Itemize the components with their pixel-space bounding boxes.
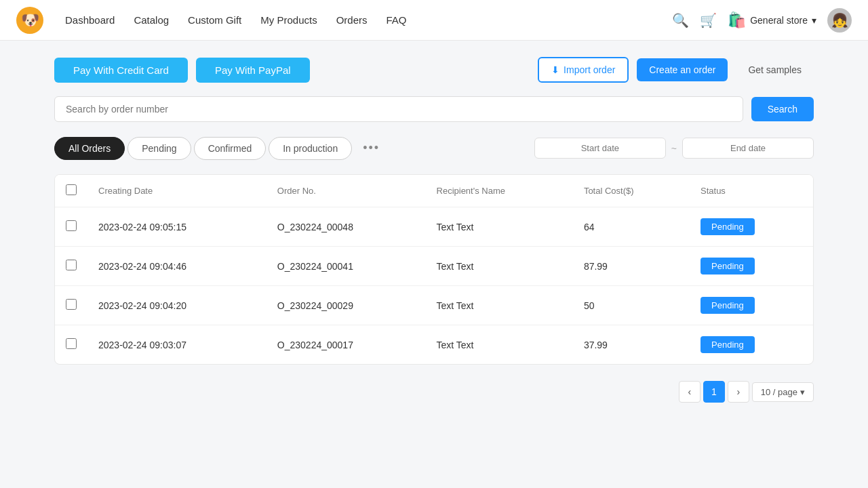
cell-cost: 87.99: [573, 247, 690, 286]
prev-page-button[interactable]: ‹: [679, 381, 701, 403]
table-row: 2023-02-24 09:04:46 O_230224_00041 Text …: [55, 247, 813, 286]
select-all-checkbox[interactable]: [66, 184, 77, 195]
filter-more-button[interactable]: •••: [355, 136, 388, 161]
per-page-selector[interactable]: 10 / page ▾: [752, 382, 814, 402]
end-date-input[interactable]: [682, 138, 814, 159]
pagination: ‹ 1 › 10 / page ▾: [54, 378, 814, 405]
col-header-status: Status: [690, 175, 813, 207]
cell-recipient: Text Text: [426, 207, 573, 247]
cell-recipient: Text Text: [426, 247, 573, 286]
nav-catalog[interactable]: Catalog: [134, 14, 169, 26]
nav-dashboard[interactable]: Dashboard: [65, 14, 115, 26]
row-checkbox-3[interactable]: [66, 338, 77, 349]
import-order-button[interactable]: ⬇ Import order: [538, 57, 629, 83]
date-separator: ~: [671, 143, 677, 154]
store-bag-icon: 🛍️: [728, 12, 746, 29]
search-button[interactable]: Search: [751, 97, 814, 121]
cell-status: Pending: [690, 207, 813, 247]
cell-recipient: Text Text: [426, 286, 573, 325]
cell-date: 2023-02-24 09:05:15: [87, 207, 267, 247]
cell-date: 2023-02-24 09:03:07: [87, 325, 267, 365]
store-selector[interactable]: 🛍️ General store ▾: [728, 12, 816, 29]
cell-date: 2023-02-24 09:04:20: [87, 286, 267, 325]
status-badge: Pending: [701, 297, 755, 314]
status-badge: Pending: [701, 218, 755, 235]
nav-links: Dashboard Catalog Custom Gift My Product…: [65, 14, 650, 26]
nav-faq[interactable]: FAQ: [386, 14, 406, 26]
next-page-button[interactable]: ›: [728, 381, 749, 403]
get-samples-button[interactable]: Get samples: [736, 58, 814, 81]
filter-bar: All Orders Pending Confirmed In producti…: [54, 136, 814, 161]
cell-cost: 64: [573, 207, 690, 247]
cell-cost: 37.99: [573, 325, 690, 365]
create-order-button[interactable]: Create an order: [637, 58, 728, 81]
nav-my-products[interactable]: My Products: [260, 14, 317, 26]
pay-credit-card-button[interactable]: Pay With Credit Card: [54, 58, 188, 83]
logo[interactable]: 🐶: [16, 7, 43, 34]
page-1-button[interactable]: 1: [703, 381, 725, 403]
date-range: ~: [534, 138, 814, 159]
nav-right: 🔍 🛒 🛍️ General store ▾ 👧: [672, 8, 852, 33]
cart-icon[interactable]: 🛒: [700, 12, 717, 28]
cell-order-no: O_230224_00048: [267, 207, 426, 247]
col-header-date: Creating Date: [87, 175, 267, 207]
col-header-recipient: Recipient's Name: [426, 175, 573, 207]
cell-order-no: O_230224_00017: [267, 325, 426, 365]
nav-custom-gift[interactable]: Custom Gift: [188, 14, 241, 26]
search-bar: Search: [54, 96, 814, 122]
cell-status: Pending: [690, 247, 813, 286]
row-checkbox-2[interactable]: [66, 299, 77, 310]
cell-status: Pending: [690, 286, 813, 325]
cell-date: 2023-02-24 09:04:46: [87, 247, 267, 286]
filter-pending[interactable]: Pending: [127, 137, 191, 160]
table-row: 2023-02-24 09:04:20 O_230224_00029 Text …: [55, 286, 813, 325]
row-checkbox-0[interactable]: [66, 220, 77, 231]
cell-order-no: O_230224_00041: [267, 247, 426, 286]
cell-order-no: O_230224_00029: [267, 286, 426, 325]
cell-cost: 50: [573, 286, 690, 325]
row-checkbox-1[interactable]: [66, 260, 77, 270]
top-actions: Pay With Credit Card Pay With PayPal ⬇ I…: [54, 57, 814, 83]
status-badge: Pending: [701, 258, 755, 274]
cell-status: Pending: [690, 325, 813, 365]
avatar[interactable]: 👧: [827, 8, 852, 33]
pay-paypal-button[interactable]: Pay With PayPal: [196, 58, 310, 83]
status-badge: Pending: [701, 336, 755, 353]
main-content: Pay With Credit Card Pay With PayPal ⬇ I…: [27, 41, 841, 422]
filter-confirmed[interactable]: Confirmed: [194, 137, 267, 160]
col-header-order-no: Order No.: [267, 175, 426, 207]
search-input[interactable]: [54, 96, 743, 122]
start-date-input[interactable]: [534, 138, 666, 159]
chevron-down-icon: ▾: [812, 15, 816, 26]
orders-table: Creating Date Order No. Recipient's Name…: [55, 175, 813, 364]
nav-orders[interactable]: Orders: [336, 14, 368, 26]
filter-all-orders[interactable]: All Orders: [54, 137, 125, 160]
table-row: 2023-02-24 09:03:07 O_230224_00017 Text …: [55, 325, 813, 365]
cell-recipient: Text Text: [426, 325, 573, 365]
store-name: General store: [750, 15, 808, 26]
table-row: 2023-02-24 09:05:15 O_230224_00048 Text …: [55, 207, 813, 247]
navbar: 🐶 Dashboard Catalog Custom Gift My Produ…: [0, 0, 868, 41]
orders-table-container: Creating Date Order No. Recipient's Name…: [54, 174, 814, 365]
filter-in-production[interactable]: In production: [269, 137, 352, 160]
import-icon: ⬇: [551, 64, 559, 75]
col-header-cost: Total Cost($): [573, 175, 690, 207]
search-icon[interactable]: 🔍: [672, 12, 689, 28]
